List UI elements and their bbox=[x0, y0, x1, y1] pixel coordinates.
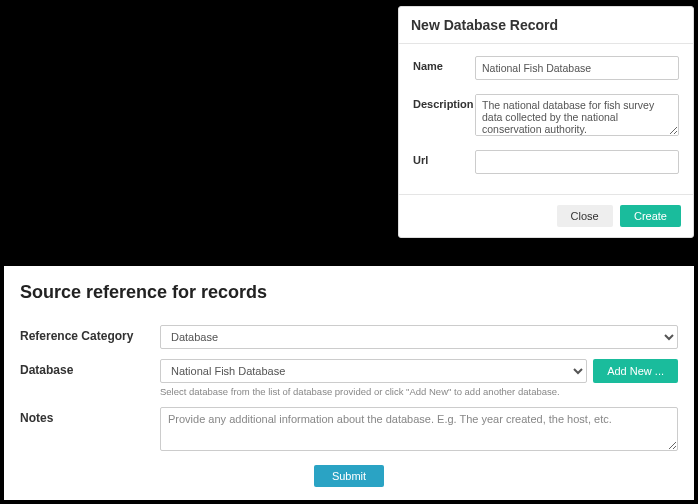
name-label: Name bbox=[413, 56, 475, 72]
name-row: Name bbox=[413, 56, 679, 80]
notes-input[interactable] bbox=[160, 407, 678, 451]
url-input[interactable] bbox=[475, 150, 679, 174]
create-button[interactable]: Create bbox=[620, 205, 681, 227]
modal-body: Name Description The national database f… bbox=[399, 44, 693, 194]
url-row: Url bbox=[413, 150, 679, 174]
reference-category-label: Reference Category bbox=[20, 325, 160, 343]
modal-title: New Database Record bbox=[399, 7, 693, 44]
url-label: Url bbox=[413, 150, 475, 166]
database-select[interactable]: National Fish Database bbox=[160, 359, 587, 383]
description-label: Description bbox=[413, 94, 475, 110]
name-input[interactable] bbox=[475, 56, 679, 80]
modal-footer: Close Create bbox=[399, 194, 693, 237]
close-button[interactable]: Close bbox=[557, 205, 613, 227]
database-helper-text: Select database from the list of databas… bbox=[160, 386, 678, 397]
source-reference-panel: Source reference for records Reference C… bbox=[4, 266, 694, 500]
reference-category-row: Reference Category Database bbox=[20, 325, 678, 349]
submit-button[interactable]: Submit bbox=[314, 465, 384, 487]
submit-row: Submit bbox=[20, 465, 678, 487]
add-new-button[interactable]: Add New ... bbox=[593, 359, 678, 383]
panel-title: Source reference for records bbox=[20, 282, 678, 303]
description-input[interactable]: The national database for fish survey da… bbox=[475, 94, 679, 136]
description-row: Description The national database for fi… bbox=[413, 94, 679, 136]
new-database-record-modal: New Database Record Name Description The… bbox=[398, 6, 694, 238]
reference-category-select[interactable]: Database bbox=[160, 325, 678, 349]
notes-label: Notes bbox=[20, 407, 160, 425]
notes-row: Notes bbox=[20, 407, 678, 451]
database-row: Database National Fish Database Add New … bbox=[20, 359, 678, 397]
database-label: Database bbox=[20, 359, 160, 377]
